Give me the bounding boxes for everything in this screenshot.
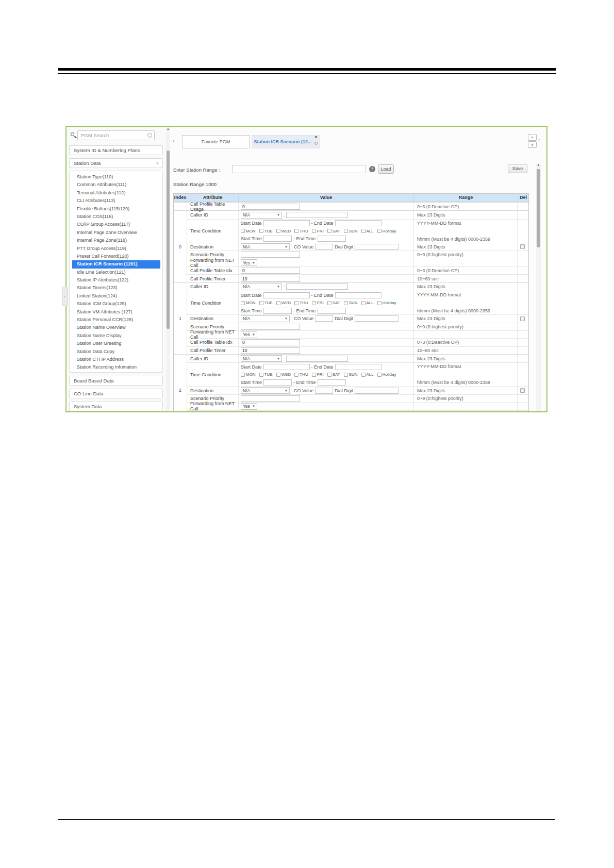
day-checkbox-item[interactable]: TUE bbox=[259, 372, 273, 377]
checkbox-icon[interactable] bbox=[294, 301, 298, 305]
checkbox-icon[interactable] bbox=[327, 301, 331, 305]
day-checkbox-item[interactable]: SAT bbox=[327, 229, 340, 233]
start-date-input[interactable] bbox=[263, 292, 310, 298]
checkbox-icon[interactable] bbox=[327, 373, 331, 377]
save-button[interactable]: Save bbox=[508, 164, 527, 173]
call-profile-timer-input[interactable] bbox=[241, 347, 300, 354]
clear-icon[interactable] bbox=[147, 133, 152, 138]
day-checkbox-item[interactable]: Holiday bbox=[377, 372, 396, 377]
sidebar-item[interactable]: Station ICM Group(125) bbox=[70, 300, 162, 308]
day-checkbox-item[interactable]: FRI bbox=[312, 301, 324, 305]
forwarding-select[interactable]: Yes▼ bbox=[241, 403, 257, 410]
checkbox-icon[interactable] bbox=[312, 373, 316, 377]
tab-close-icon[interactable]: × bbox=[313, 134, 319, 140]
scenario-priority-input[interactable] bbox=[241, 252, 300, 258]
checkbox-icon[interactable] bbox=[361, 301, 366, 305]
scrollbar-thumb[interactable] bbox=[167, 151, 170, 329]
end-date-input[interactable] bbox=[335, 220, 381, 226]
call-profile-idx-input[interactable] bbox=[241, 339, 300, 345]
checkbox-icon[interactable] bbox=[344, 229, 348, 233]
sidebar-collapse-handle[interactable]: ‹ bbox=[62, 287, 68, 306]
delete-checkbox[interactable] bbox=[520, 388, 525, 393]
tab-station-icr-scenario[interactable]: Station ICR Scenario (12... × ↻ bbox=[252, 135, 320, 148]
checkbox-icon[interactable] bbox=[241, 373, 245, 377]
day-checkbox-item[interactable]: ALL bbox=[361, 229, 374, 233]
checkbox-icon[interactable] bbox=[377, 373, 381, 377]
co-value-input[interactable] bbox=[315, 315, 333, 322]
sidebar-item[interactable]: Station IP Attributes(122) bbox=[70, 276, 162, 284]
sidebar-section-co-line[interactable]: CO Line Data bbox=[69, 389, 163, 398]
sidebar-item[interactable]: CLI Attributes(113) bbox=[70, 197, 162, 205]
sidebar-item[interactable]: CO/IP Group Access(117) bbox=[70, 221, 162, 228]
day-checkbox-item[interactable]: WED bbox=[276, 372, 291, 377]
day-checkbox-item[interactable]: SUN bbox=[344, 301, 358, 305]
load-button[interactable]: Load bbox=[378, 164, 394, 174]
call-profile-timer-input[interactable] bbox=[241, 276, 300, 282]
end-time-input[interactable] bbox=[318, 308, 346, 314]
day-checkbox-item[interactable]: MON bbox=[241, 372, 256, 377]
sidebar-item[interactable]: Station VM Attributes (127) bbox=[70, 308, 162, 316]
checkbox-icon[interactable] bbox=[377, 301, 381, 305]
day-checkbox-item[interactable]: ALL bbox=[361, 372, 374, 377]
start-time-input[interactable] bbox=[263, 379, 292, 386]
co-value-input[interactable] bbox=[315, 244, 333, 250]
sidebar-item[interactable]: Internal Page Zone Overview bbox=[70, 229, 162, 237]
day-checkbox-item[interactable]: THU bbox=[294, 229, 308, 233]
station-range-input[interactable] bbox=[232, 165, 366, 173]
day-checkbox-item[interactable]: SAT bbox=[327, 301, 340, 305]
dial-digit-input[interactable] bbox=[355, 244, 399, 250]
sidebar-item-station-icr-scenario[interactable]: Station ICR Scenario (1201) bbox=[72, 260, 160, 268]
help-icon[interactable]: ? bbox=[369, 166, 375, 172]
call-profile-idx-input[interactable] bbox=[241, 268, 300, 274]
tabs-scroll-right-icon[interactable]: › bbox=[538, 137, 540, 142]
day-checkbox-item[interactable]: ALL bbox=[361, 301, 374, 305]
sidebar-item[interactable]: Station User Greeting bbox=[70, 340, 162, 347]
checkbox-icon[interactable] bbox=[294, 229, 298, 233]
sidebar-item[interactable]: Internal Page Zone(118) bbox=[70, 237, 162, 244]
day-checkbox-item[interactable]: Holiday bbox=[377, 229, 396, 233]
sidebar-section-station-data[interactable]: Station Data∨ bbox=[69, 158, 163, 168]
close-all-tabs-button[interactable]: × bbox=[528, 134, 537, 141]
day-checkbox-item[interactable]: Holiday bbox=[377, 301, 396, 305]
checkbox-icon[interactable] bbox=[276, 373, 280, 377]
day-checkbox-item[interactable]: THU bbox=[294, 372, 308, 377]
caller-id-select[interactable]: N/A▼ bbox=[241, 212, 282, 219]
end-time-input[interactable] bbox=[318, 236, 346, 242]
sidebar-scrollbar[interactable]: ▲ bbox=[166, 127, 170, 411]
sidebar-item[interactable]: Common Attributes(111) bbox=[70, 181, 162, 189]
sidebar-item[interactable]: Station Personal CCR(128) bbox=[70, 316, 162, 324]
checkbox-icon[interactable] bbox=[241, 301, 245, 305]
sidebar-section-board-based[interactable]: Board Based Data bbox=[69, 376, 163, 386]
forwarding-select[interactable]: Yes▼ bbox=[241, 259, 257, 266]
day-checkbox-item[interactable]: WED bbox=[276, 301, 291, 305]
sidebar-item[interactable]: Station Data Copy bbox=[70, 348, 162, 356]
caller-id-input[interactable] bbox=[286, 356, 348, 362]
sidebar-item[interactable]: Terminal Attributes(112) bbox=[70, 189, 162, 197]
checkbox-icon[interactable] bbox=[361, 229, 366, 233]
start-time-input[interactable] bbox=[263, 236, 292, 242]
destination-select[interactable]: N/A▼ bbox=[241, 387, 290, 394]
sidebar-section-system-id[interactable]: System ID & Numbering Plans bbox=[69, 145, 163, 155]
delete-checkbox[interactable] bbox=[520, 316, 525, 321]
sidebar-item[interactable]: Linked Station(124) bbox=[70, 292, 162, 300]
day-checkbox-item[interactable]: FRI bbox=[312, 372, 324, 377]
sidebar-section-system[interactable]: System Data bbox=[69, 402, 163, 411]
sidebar-item[interactable]: Flexible Buttons(115/129) bbox=[70, 205, 162, 213]
caller-id-input[interactable] bbox=[286, 212, 348, 218]
scroll-up-icon[interactable]: ▲ bbox=[536, 163, 541, 166]
delete-checkbox[interactable] bbox=[520, 244, 525, 249]
day-checkbox-item[interactable]: WED bbox=[276, 229, 291, 233]
day-checkbox-item[interactable]: MON bbox=[241, 229, 256, 233]
checkbox-icon[interactable] bbox=[276, 301, 280, 305]
sidebar-item[interactable]: PTT Group Access(119) bbox=[70, 245, 162, 253]
sidebar-item[interactable]: Preset Call Forward(120) bbox=[70, 253, 162, 260]
scrollbar-thumb[interactable] bbox=[537, 169, 540, 247]
forwarding-select[interactable]: Yes▼ bbox=[241, 331, 257, 338]
checkbox-icon[interactable] bbox=[344, 301, 348, 305]
checkbox-icon[interactable] bbox=[361, 373, 366, 377]
start-time-input[interactable] bbox=[263, 308, 292, 314]
end-date-input[interactable] bbox=[335, 364, 381, 370]
sidebar-item[interactable]: Station CTI IP Address bbox=[70, 356, 162, 363]
sidebar-item[interactable]: Station Recording Infomation bbox=[70, 363, 162, 371]
dial-digit-input[interactable] bbox=[355, 388, 399, 394]
